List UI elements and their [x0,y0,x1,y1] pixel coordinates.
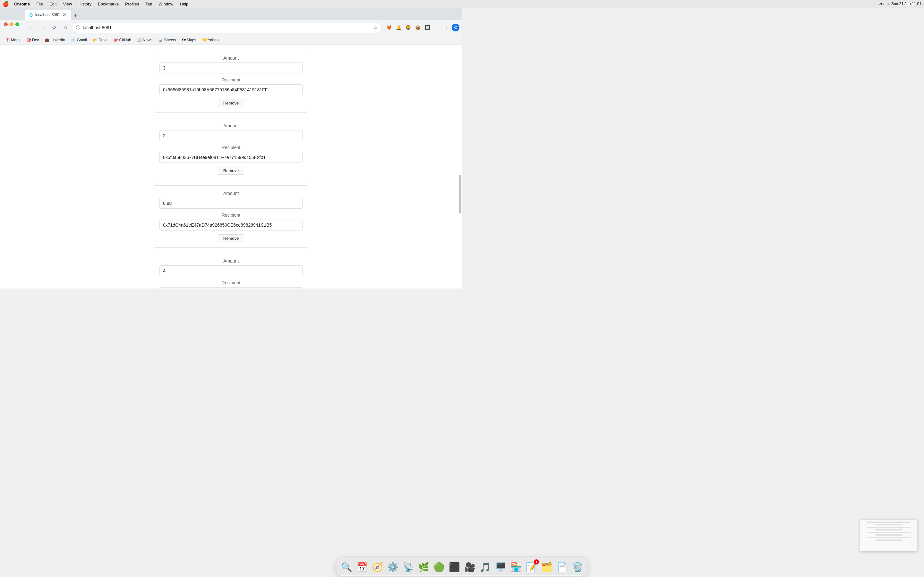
active-tab[interactable]: 🌐 localhost:8081 ✕ [25,10,71,20]
menubar-help[interactable]: Help [178,1,191,7]
url-input[interactable] [83,25,371,30]
recipient-label-1: Recipient [160,77,302,82]
tab-bar-controls: ⋯ [454,14,459,20]
secure-icon: ⓘ [76,25,80,31]
bookmark-item-5[interactable]: 📂 Drive [90,37,110,43]
remove-button-2[interactable]: Remove [218,167,244,175]
amount-label-3: Amount [160,191,302,196]
home-button[interactable]: ⌂ [60,23,71,33]
back-button[interactable]: ← [26,23,36,33]
apple-menu[interactable]: 🍎 [3,1,9,7]
amount-label-2: Amount [160,123,302,128]
tab-strip: 🌐 localhost:8081 ✕ + [3,10,454,20]
downloads-btn[interactable]: ↓ [442,23,451,32]
scrollbar-track[interactable] [458,43,462,263]
extension-btn-3[interactable]: 🦁 [404,23,413,32]
form-group-2: Amount Recipient Remove [154,118,308,180]
form-group-3: Amount Recipient Remove [154,185,308,248]
scrollbar-thumb[interactable] [459,175,461,213]
extension-btn-4[interactable]: 📦 [413,23,422,32]
amount-input-4[interactable] [160,266,302,276]
bookmark-item-1[interactable]: 📍 Maps [3,37,23,43]
recipient-label-3: Recipient [160,213,302,218]
menubar-file[interactable]: File [34,1,45,7]
bookmark-item-7[interactable]: 📰 News [134,37,155,43]
bookmark-star-icon[interactable]: ☆ [373,24,378,31]
maximize-button[interactable] [15,23,19,26]
bookmark-item-6[interactable]: 🐙 GitHub [111,37,134,43]
recipient-input-1[interactable] [160,84,302,95]
new-tab-button[interactable]: + [71,11,80,20]
menubar-bookmarks[interactable]: Bookmarks [95,1,121,7]
menubar: 🍎 Chrome File Edit View History Bookmark… [0,0,462,8]
menubar-chrome[interactable]: Chrome [11,1,32,7]
forward-button[interactable]: → [37,23,47,33]
tab-favicon-icon: 🌐 [29,13,33,17]
minimize-button[interactable] [10,23,13,26]
chrome-window: 🌐 localhost:8081 ✕ + ⋯ ← → ↺ ⌂ ⓘ ☆ 🦊 🔔 🦁… [0,8,462,288]
extension-btn-1[interactable]: 🦊 [384,23,393,32]
remove-button-1[interactable]: Remove [218,99,244,107]
amount-input-2[interactable] [160,130,302,141]
traffic-lights [0,20,23,29]
amount-input-1[interactable] [160,63,302,73]
recipient-label-2: Recipient [160,145,302,150]
menubar-window[interactable]: Window [156,1,176,7]
form-group-1: Amount Recipient Remove [154,50,308,113]
bookmarks-bar: 📍 Maps 🎯 Dev 💼 LinkedIn 📧 Gmail 📂 Drive … [0,35,462,45]
address-bar[interactable]: ⓘ ☆ [72,22,382,33]
amount-label-4: Amount [160,258,302,263]
bookmark-item-10[interactable]: 💛 Yahoo [200,37,221,43]
tab-close-button[interactable]: ✕ [62,11,67,18]
menubar-tab[interactable]: Tab [143,1,155,7]
bookmark-item-2[interactable]: 🎯 Dev [24,37,42,43]
form-container: Amount Recipient Remove Amount Recipient… [154,45,308,288]
menubar-profiles[interactable]: Profiles [123,1,142,7]
recipient-input-2[interactable] [160,152,302,163]
remove-button-3[interactable]: Remove [218,234,244,242]
tab-bar: 🌐 localhost:8081 ✕ + ⋯ [0,8,462,20]
tab-bar-extend[interactable]: ⋯ [454,14,459,20]
bookmark-item-9[interactable]: 🗺 Maps [179,37,199,43]
recipient-input-3[interactable] [160,219,302,230]
tab-title: localhost:8081 [35,13,60,17]
close-button[interactable] [4,23,8,26]
recipient-input-4[interactable] [160,287,302,288]
bookmark-item-3[interactable]: 💼 LinkedIn [42,37,68,43]
toolbar-extensions: 🦊 🔔 🦁 📦 🔲 ⋮ ↓ C [384,23,459,32]
menubar-history[interactable]: History [76,1,94,7]
menubar-edit[interactable]: Edit [47,1,59,7]
extension-btn-2[interactable]: 🔔 [394,23,403,32]
amount-input-3[interactable] [160,198,302,209]
recipient-label-4: Recipient [160,280,302,285]
page-content[interactable]: Amount Recipient Remove Amount Recipient… [0,45,462,288]
bookmark-item-8[interactable]: 📊 Sheets [156,37,179,43]
bookmark-item-4[interactable]: 📧 Gmail [68,37,89,43]
extension-menu[interactable]: ⋮ [433,23,441,32]
reload-button[interactable]: ↺ [49,23,59,33]
extension-btn-5[interactable]: 🔲 [423,23,432,32]
toolbar: ← → ↺ ⌂ ⓘ ☆ 🦊 🔔 🦁 📦 🔲 ⋮ ↓ C [0,20,462,35]
menubar-view[interactable]: View [60,1,74,7]
amount-label-1: Amount [160,55,302,61]
form-group-4: Amount Recipient Remove [154,253,308,288]
profile-btn[interactable]: C [452,24,459,31]
